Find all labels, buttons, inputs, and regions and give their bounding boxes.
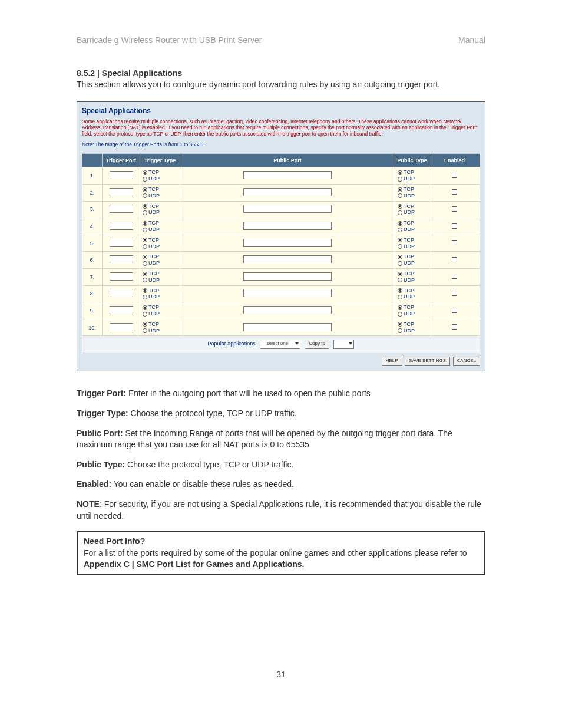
trigger-udp-radio[interactable] xyxy=(143,278,147,282)
trigger-port-input[interactable] xyxy=(110,171,133,179)
row-number: 9. xyxy=(82,302,103,319)
enabled-checkbox[interactable] xyxy=(452,223,457,229)
desc-public-type: Public Type: Choose the protocol type, T… xyxy=(77,459,485,471)
popular-apps-select[interactable]: -- select one -- xyxy=(260,340,300,349)
public-udp-radio[interactable] xyxy=(398,193,402,198)
trigger-port-input[interactable] xyxy=(110,255,133,263)
public-udp-radio[interactable] xyxy=(398,177,402,182)
cancel-button[interactable]: CANCEL xyxy=(453,357,480,366)
trigger-type-cell: TCPUDP xyxy=(140,269,180,286)
table-row: 9.TCPUDPTCPUDP xyxy=(82,302,480,319)
trigger-tcp-radio[interactable] xyxy=(143,204,147,209)
special-apps-table: Trigger Port Trigger Type Public Port Pu… xyxy=(82,153,480,353)
enabled-checkbox[interactable] xyxy=(452,308,457,313)
enabled-checkbox[interactable] xyxy=(452,257,457,262)
copy-to-button[interactable]: Copy to xyxy=(305,340,329,349)
public-port-input[interactable] xyxy=(243,323,332,331)
public-tcp-radio[interactable] xyxy=(398,170,402,175)
enabled-checkbox[interactable] xyxy=(452,291,457,296)
trigger-port-input[interactable] xyxy=(110,239,133,247)
enabled-checkbox[interactable] xyxy=(452,173,457,178)
trigger-tcp-radio[interactable] xyxy=(143,322,147,327)
public-type-cell: TCPUDP xyxy=(395,302,429,319)
trigger-udp-radio[interactable] xyxy=(143,228,147,232)
trigger-port-input[interactable] xyxy=(110,272,133,281)
public-port-input[interactable] xyxy=(243,272,332,281)
public-port-input[interactable] xyxy=(243,255,332,263)
trigger-port-input[interactable] xyxy=(110,222,133,230)
col-blank xyxy=(82,154,103,167)
public-tcp-radio[interactable] xyxy=(398,272,402,276)
trigger-udp-radio[interactable] xyxy=(143,210,147,215)
trigger-port-input[interactable] xyxy=(110,306,133,314)
trigger-udp-radio[interactable] xyxy=(143,244,147,249)
trigger-tcp-radio[interactable] xyxy=(143,187,147,192)
public-port-input[interactable] xyxy=(243,171,332,179)
trigger-udp-radio[interactable] xyxy=(143,328,147,333)
trigger-type-cell: TCPUDP xyxy=(140,167,180,185)
trigger-udp-radio[interactable] xyxy=(143,177,147,182)
public-udp-radio[interactable] xyxy=(398,228,402,232)
enabled-checkbox[interactable] xyxy=(452,324,457,330)
trigger-tcp-radio[interactable] xyxy=(143,305,147,310)
public-port-input[interactable] xyxy=(243,239,332,247)
trigger-tcp-radio[interactable] xyxy=(143,238,147,242)
public-tcp-radio[interactable] xyxy=(398,305,402,310)
enabled-checkbox[interactable] xyxy=(452,206,457,212)
trigger-tcp-radio[interactable] xyxy=(143,255,147,259)
enabled-checkbox[interactable] xyxy=(452,240,457,245)
trigger-udp-radio[interactable] xyxy=(143,295,147,299)
help-button[interactable]: HELP xyxy=(382,357,402,366)
trigger-port-input[interactable] xyxy=(110,289,133,297)
table-row: 4.TCPUDPTCPUDP xyxy=(82,218,480,235)
table-row: 1.TCPUDPTCPUDP xyxy=(82,167,480,185)
trigger-tcp-radio[interactable] xyxy=(143,288,147,293)
public-tcp-radio[interactable] xyxy=(398,238,402,242)
save-settings-button[interactable]: SAVE SETTINGS xyxy=(405,357,450,366)
enabled-cell xyxy=(429,235,480,252)
public-type-cell: TCPUDP xyxy=(395,167,429,185)
public-port-input[interactable] xyxy=(243,188,332,196)
public-udp-radio[interactable] xyxy=(398,278,402,282)
public-type-cell: TCPUDP xyxy=(395,185,429,202)
trigger-port-input[interactable] xyxy=(110,205,133,213)
public-tcp-radio[interactable] xyxy=(398,221,402,226)
screenshot-title: Special Applications xyxy=(82,107,480,115)
trigger-port-cell xyxy=(103,185,140,202)
public-port-cell xyxy=(180,252,395,269)
copy-to-select[interactable] xyxy=(333,340,354,349)
public-tcp-radio[interactable] xyxy=(398,187,402,192)
doc-section: Manual xyxy=(458,35,485,45)
public-port-input[interactable] xyxy=(243,222,332,230)
trigger-udp-radio[interactable] xyxy=(143,312,147,317)
table-row: 10.TCPUDPTCPUDP xyxy=(82,319,480,336)
public-tcp-radio[interactable] xyxy=(398,255,402,259)
public-type-cell: TCPUDP xyxy=(395,285,429,302)
public-udp-radio[interactable] xyxy=(398,210,402,215)
public-tcp-radio[interactable] xyxy=(398,322,402,327)
desc-trigger-type: Trigger Type: Choose the protocol type, … xyxy=(77,408,485,420)
public-udp-radio[interactable] xyxy=(398,312,402,317)
trigger-udp-radio[interactable] xyxy=(143,261,147,266)
trigger-port-input[interactable] xyxy=(110,188,133,196)
trigger-tcp-radio[interactable] xyxy=(143,272,147,276)
public-tcp-radio[interactable] xyxy=(398,204,402,209)
public-port-input[interactable] xyxy=(243,306,332,314)
enabled-checkbox[interactable] xyxy=(452,189,457,195)
trigger-tcp-radio[interactable] xyxy=(143,221,147,226)
screenshot-desc: Some applications require multiple conne… xyxy=(82,118,480,137)
public-udp-radio[interactable] xyxy=(398,261,402,266)
public-udp-radio[interactable] xyxy=(398,295,402,299)
trigger-port-input[interactable] xyxy=(110,323,133,331)
public-udp-radio[interactable] xyxy=(398,244,402,249)
router-screenshot: Special Applications Some applications r… xyxy=(77,101,485,372)
public-udp-radio[interactable] xyxy=(398,328,402,333)
public-tcp-radio[interactable] xyxy=(398,288,402,293)
enabled-checkbox[interactable] xyxy=(452,274,457,279)
table-row: 8.TCPUDPTCPUDP xyxy=(82,285,480,302)
trigger-tcp-radio[interactable] xyxy=(143,170,147,175)
desc-trigger-port: Trigger Port: Enter in the outgoing port… xyxy=(77,388,485,400)
public-port-input[interactable] xyxy=(243,205,332,213)
trigger-udp-radio[interactable] xyxy=(143,193,147,198)
public-port-input[interactable] xyxy=(243,289,332,297)
